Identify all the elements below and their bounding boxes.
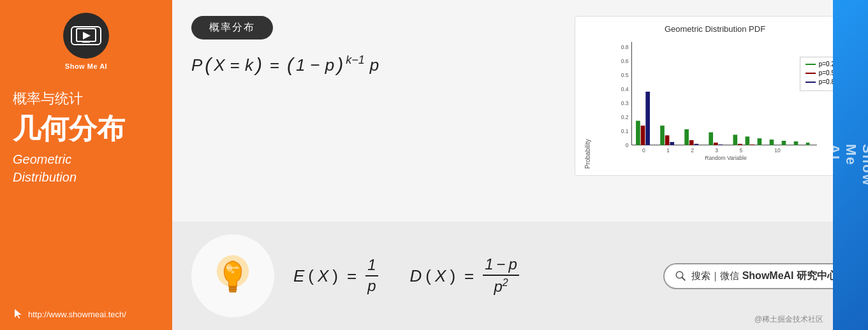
svg-rect-26 [684, 129, 689, 145]
svg-text:AI: AI [232, 271, 235, 274]
svg-rect-38 [782, 141, 786, 145]
credit-text: @稀土掘金技术社区 [754, 314, 823, 325]
svg-rect-35 [750, 145, 754, 145]
website-link[interactable]: http://www.showmeai.tech/ [13, 303, 159, 320]
main-formula: P ( X = k ) = ( 1 − p ) k−1 p [191, 49, 562, 81]
bulb-circle: ShowMe AI [191, 234, 274, 317]
svg-text:10: 10 [774, 147, 781, 154]
y-axis-label: Probability [582, 39, 591, 169]
search-label: 搜索｜微信 ShowMeAI 研究中心 [691, 269, 837, 283]
svg-rect-27 [689, 140, 694, 145]
svg-rect-39 [794, 141, 798, 145]
logo-text: Show Me AI [65, 62, 107, 70]
logo-circle [63, 13, 109, 59]
svg-rect-33 [738, 144, 742, 145]
svg-text:3: 3 [715, 147, 718, 154]
svg-text:Random Variable: Random Variable [705, 155, 747, 161]
svg-marker-1 [83, 32, 91, 39]
svg-rect-40 [806, 143, 810, 145]
category-label: 概率与统计 [13, 89, 159, 108]
main-title: 几何分布 [13, 113, 159, 144]
svg-text:1: 1 [666, 147, 670, 154]
svg-rect-24 [665, 135, 670, 145]
svg-rect-29 [709, 133, 713, 145]
logo-area: Show Me AI [13, 13, 159, 70]
chart-container: Probability 0 0.1 0.2 0.3 0.4 [582, 39, 848, 169]
legend-item-p02: p=0.2 [805, 61, 835, 68]
logo-inner [71, 26, 101, 45]
svg-text:0: 0 [642, 147, 645, 154]
svg-rect-44 [230, 291, 237, 292]
website-url: http://www.showmeai.tech/ [28, 310, 126, 319]
svg-rect-36 [758, 138, 762, 145]
svg-rect-28 [695, 144, 699, 145]
svg-rect-34 [746, 136, 750, 145]
svg-rect-32 [733, 134, 737, 145]
tag-button: 概率分布 [191, 16, 273, 39]
svg-rect-31 [719, 145, 723, 145]
svg-rect-25 [670, 142, 674, 145]
chart-title: Geometric Distribution PDF [582, 24, 848, 34]
chart-area: Geometric Distribution PDF Probability 0… [575, 16, 855, 176]
link-icon [13, 309, 24, 320]
bottom-formulas: E(X) = 1 p D(X) = 1 − p [293, 255, 644, 296]
top-section: 概率分布 P ( X = k ) = ( 1 − p ) k−1 p [172, 0, 868, 222]
search-box[interactable]: 搜索｜微信 ShowMeAI 研究中心 [663, 263, 849, 289]
legend-item-p05: p=0.5 [805, 69, 835, 76]
svg-text:0.1: 0.1 [621, 128, 629, 134]
svg-text:0.6: 0.6 [621, 58, 629, 64]
svg-text:ShowMe: ShowMe [226, 266, 239, 269]
subtitle-italic: Geometric Distribution [13, 150, 159, 186]
expected-value-formula: E(X) = 1 p [293, 256, 378, 296]
variance-formula: D(X) = 1 − p p2 [410, 255, 519, 296]
svg-text:5: 5 [739, 147, 742, 154]
svg-rect-23 [660, 126, 665, 145]
svg-text:0.3: 0.3 [621, 100, 629, 106]
watermark-text: ShowMeAI [833, 144, 868, 187]
svg-rect-43 [229, 289, 237, 291]
svg-text:0.8: 0.8 [621, 44, 629, 50]
bulb-icon: ShowMe AI [204, 247, 261, 305]
svg-rect-22 [645, 92, 650, 145]
svg-rect-42 [229, 286, 237, 289]
svg-text:0.4: 0.4 [621, 86, 629, 92]
svg-rect-37 [770, 140, 774, 145]
bottom-section: ShowMe AI E(X) = 1 p D(X) = [172, 222, 868, 330]
legend-item-p08: p=0.8 [805, 78, 835, 85]
svg-rect-21 [641, 126, 645, 145]
sidebar: Show Me AI 概率与统计 几何分布 Geometric Distribu… [0, 0, 172, 330]
svg-rect-20 [636, 121, 640, 145]
svg-rect-30 [714, 143, 718, 145]
main-content: 概率分布 P ( X = k ) = ( 1 − p ) k−1 p [172, 0, 868, 330]
search-icon [675, 270, 686, 282]
svg-text:0: 0 [626, 142, 629, 148]
svg-text:0.2: 0.2 [621, 114, 629, 120]
svg-text:0.5: 0.5 [621, 72, 629, 78]
svg-text:2: 2 [691, 147, 694, 154]
watermark-band: ShowMeAI [833, 0, 868, 330]
formula-area: 概率分布 P ( X = k ) = ( 1 − p ) k−1 p [191, 16, 562, 81]
chart-inner: 0 0.1 0.2 0.3 0.4 0.5 0.6 0.8 0 1 2 [591, 39, 848, 169]
svg-line-49 [682, 277, 686, 280]
